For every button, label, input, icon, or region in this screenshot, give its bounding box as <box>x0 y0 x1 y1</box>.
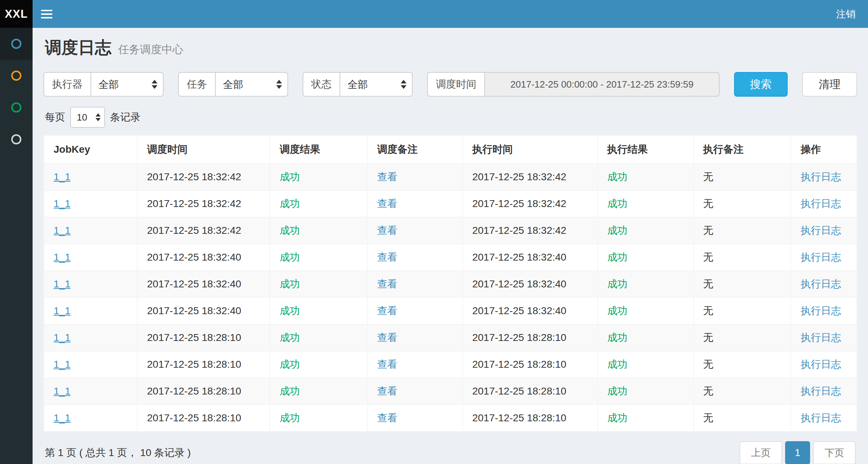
handle-msg-cell: 无 <box>694 324 791 351</box>
execution-log-link[interactable]: 执行日志 <box>801 225 841 236</box>
trigger-time-cell: 2017-12-25 18:28:10 <box>137 324 270 351</box>
jobkey-link[interactable]: 1_1 <box>54 225 71 236</box>
trigger-msg-link[interactable]: 查看 <box>377 171 397 182</box>
content-header: 调度日志 任务调度中心 <box>43 28 857 59</box>
execution-log-link[interactable]: 执行日志 <box>801 252 841 263</box>
page-size-select[interactable]: 10 <box>71 107 104 127</box>
hamburger-icon <box>41 10 52 11</box>
sidebar-item-2[interactable] <box>0 60 33 92</box>
jobkey-link[interactable]: 1_1 <box>54 385 71 397</box>
column-header-trigger-time: 调度时间 <box>137 135 270 164</box>
trigger-result-cell: 成功 <box>270 217 367 244</box>
handle-result-cell: 成功 <box>598 271 694 298</box>
column-header-trigger-result: 调度结果 <box>270 135 367 164</box>
jobkey-link[interactable]: 1_1 <box>54 198 71 209</box>
handle-msg-cell: 无 <box>694 405 791 431</box>
table-header-row: JobKey 调度时间 调度结果 调度备注 执行时间 执行结果 执行备注 操作 <box>44 135 857 164</box>
log-table-body: 1_1 2017-12-25 18:32:42 成功 查看 2017-12-25… <box>44 164 857 431</box>
handle-msg-cell: 无 <box>694 271 791 298</box>
trigger-time-cell: 2017-12-25 18:32:40 <box>137 244 270 271</box>
trigger-msg-link[interactable]: 查看 <box>377 278 397 290</box>
handle-result-cell: 成功 <box>598 324 694 351</box>
pagination-next-button[interactable]: 下页 <box>813 441 856 464</box>
jobkey-link[interactable]: 1_1 <box>54 171 71 182</box>
trigger-time-cell: 2017-12-25 18:28:10 <box>137 351 270 378</box>
trigger-msg-link[interactable]: 查看 <box>377 385 397 397</box>
execution-log-link[interactable]: 执行日志 <box>801 171 841 182</box>
executor-filter-label: 执行器 <box>43 72 91 97</box>
handle-result-cell: 成功 <box>598 298 694 324</box>
trigger-msg-link[interactable]: 查看 <box>377 305 397 316</box>
executor-select[interactable]: 全部 <box>91 73 163 96</box>
log-table: JobKey 调度时间 调度结果 调度备注 执行时间 执行结果 执行备注 操作 … <box>43 135 857 432</box>
trigger-msg-link[interactable]: 查看 <box>377 412 397 423</box>
table-row: 1_1 2017-12-25 18:28:10 成功 查看 2017-12-25… <box>44 405 857 431</box>
sidebar-toggle-button[interactable] <box>33 0 61 28</box>
jobkey-link[interactable]: 1_1 <box>54 412 71 423</box>
table-row: 1_1 2017-12-25 18:32:40 成功 查看 2017-12-25… <box>44 298 857 324</box>
page-size-select-wrapper: 10 <box>70 107 105 128</box>
circle-icon <box>11 39 21 49</box>
execution-log-link[interactable]: 执行日志 <box>801 412 841 423</box>
trigger-time-cell: 2017-12-25 18:32:42 <box>137 164 270 190</box>
handle-time-cell: 2017-12-25 18:28:10 <box>463 324 598 351</box>
page-subtitle: 任务调度中心 <box>118 43 183 55</box>
status-select[interactable]: 全部 <box>340 73 412 96</box>
jobkey-link[interactable]: 1_1 <box>54 305 71 316</box>
trigger-result-cell: 成功 <box>270 271 367 298</box>
execution-log-link[interactable]: 执行日志 <box>801 385 841 397</box>
execution-log-link[interactable]: 执行日志 <box>801 305 841 316</box>
table-row: 1_1 2017-12-25 18:32:40 成功 查看 2017-12-25… <box>44 244 857 271</box>
pagination-prev-button[interactable]: 上页 <box>740 441 782 464</box>
trigger-result-cell: 成功 <box>270 351 367 378</box>
pagination-page-1-button[interactable]: 1 <box>785 441 810 464</box>
page-title: 调度日志 <box>45 38 111 57</box>
handle-result-cell: 成功 <box>598 405 694 431</box>
status-filter-label: 状态 <box>303 72 340 97</box>
handle-result-cell: 成功 <box>598 164 694 190</box>
sidebar-item-4[interactable] <box>0 123 33 155</box>
trigger-result-cell: 成功 <box>270 378 367 405</box>
table-row: 1_1 2017-12-25 18:32:42 成功 查看 2017-12-25… <box>44 217 857 244</box>
job-select[interactable]: 全部 <box>216 73 287 96</box>
jobkey-link[interactable]: 1_1 <box>54 252 71 263</box>
job-select-wrapper: 全部 <box>216 72 288 97</box>
execution-log-link[interactable]: 执行日志 <box>801 359 841 370</box>
sidebar-item-1[interactable] <box>0 28 33 60</box>
main-content: 调度日志 任务调度中心 执行器 全部 任务 全部 状 <box>33 0 868 464</box>
table-row: 1_1 2017-12-25 18:28:10 成功 查看 2017-12-25… <box>44 378 857 405</box>
trigger-time-cell: 2017-12-25 18:32:40 <box>137 271 270 298</box>
trigger-result-cell: 成功 <box>270 405 367 431</box>
trigger-msg-link[interactable]: 查看 <box>377 252 397 263</box>
trigger-time-cell: 2017-12-25 18:28:10 <box>137 378 270 405</box>
handle-time-cell: 2017-12-25 18:32:40 <box>463 298 598 324</box>
handle-msg-cell: 无 <box>694 351 791 378</box>
table-row: 1_1 2017-12-25 18:28:10 成功 查看 2017-12-25… <box>44 351 857 378</box>
jobkey-link[interactable]: 1_1 <box>54 359 71 370</box>
handle-time-cell: 2017-12-25 18:28:10 <box>463 351 598 378</box>
clear-button[interactable]: 清理 <box>802 72 857 97</box>
trigger-msg-link[interactable]: 查看 <box>377 332 397 343</box>
trigger-msg-link[interactable]: 查看 <box>377 198 397 209</box>
trigger-result-cell: 成功 <box>270 190 367 217</box>
page-size-suffix-label: 条记录 <box>110 110 140 124</box>
handle-time-cell: 2017-12-25 18:28:10 <box>463 378 598 405</box>
job-filter-group: 任务 全部 <box>178 72 288 97</box>
sidebar-item-3[interactable] <box>0 92 33 123</box>
execution-log-link[interactable]: 执行日志 <box>801 198 841 209</box>
trigger-msg-link[interactable]: 查看 <box>377 359 397 370</box>
execution-log-link[interactable]: 执行日志 <box>801 278 841 290</box>
circle-icon <box>11 102 21 113</box>
execution-log-link[interactable]: 执行日志 <box>801 332 841 343</box>
trigger-msg-link[interactable]: 查看 <box>377 225 397 236</box>
logout-link[interactable]: 注销 <box>824 0 868 28</box>
jobkey-link[interactable]: 1_1 <box>54 332 71 343</box>
handle-result-cell: 成功 <box>598 378 694 405</box>
search-button[interactable]: 搜索 <box>734 72 788 97</box>
app-logo[interactable]: XXL <box>0 0 33 28</box>
jobkey-link[interactable]: 1_1 <box>54 278 71 290</box>
circle-icon <box>11 71 21 81</box>
date-range-input[interactable] <box>485 72 720 97</box>
trigger-time-filter-group: 调度时间 <box>427 72 720 97</box>
handle-msg-cell: 无 <box>694 378 791 405</box>
